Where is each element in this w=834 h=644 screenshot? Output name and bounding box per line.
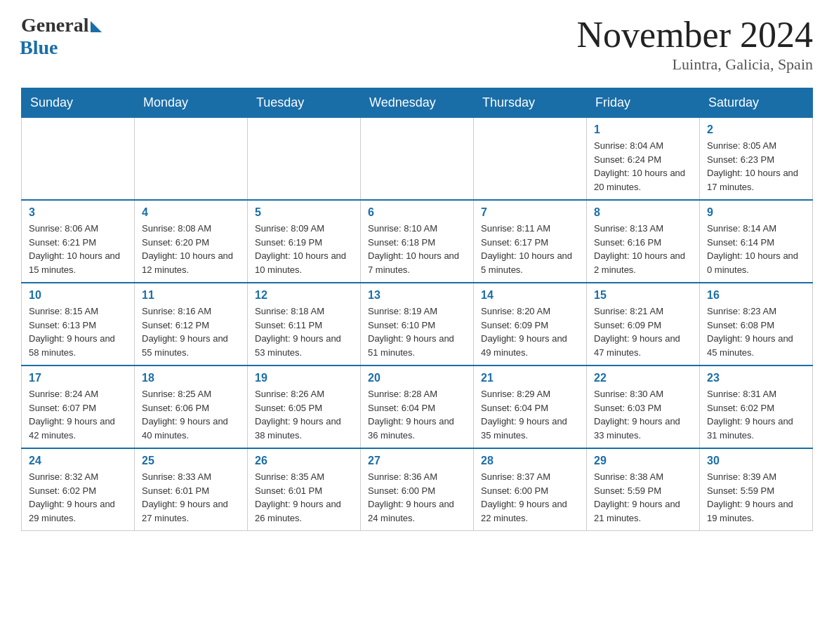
day-info: Sunrise: 8:18 AM Sunset: 6:11 PM Dayligh…: [255, 304, 353, 359]
calendar-cell: 6Sunrise: 8:10 AM Sunset: 6:18 PM Daylig…: [361, 200, 474, 283]
day-number: 19: [255, 372, 353, 384]
day-info: Sunrise: 8:08 AM Sunset: 6:20 PM Dayligh…: [142, 222, 240, 276]
calendar-cell: 23Sunrise: 8:31 AM Sunset: 6:02 PM Dayli…: [700, 365, 813, 448]
logo-blue-text: Blue: [20, 36, 58, 59]
calendar-cell: 4Sunrise: 8:08 AM Sunset: 6:20 PM Daylig…: [135, 200, 248, 283]
calendar-cell: 1Sunrise: 8:04 AM Sunset: 6:24 PM Daylig…: [587, 118, 700, 201]
calendar-cell: 24Sunrise: 8:32 AM Sunset: 6:02 PM Dayli…: [22, 448, 135, 531]
title-section: November 2024 Luintra, Galicia, Spain: [577, 14, 813, 74]
day-number: 8: [594, 206, 692, 219]
day-number: 27: [368, 455, 466, 467]
day-info: Sunrise: 8:09 AM Sunset: 6:19 PM Dayligh…: [255, 222, 353, 276]
header-tuesday: Tuesday: [248, 88, 361, 118]
calendar-cell: [474, 118, 587, 201]
day-number: 10: [29, 289, 127, 302]
day-number: 3: [29, 206, 127, 219]
month-title: November 2024: [577, 14, 813, 55]
day-info: Sunrise: 8:26 AM Sunset: 6:05 PM Dayligh…: [255, 387, 353, 442]
calendar-cell: 3Sunrise: 8:06 AM Sunset: 6:21 PM Daylig…: [22, 200, 135, 283]
day-info: Sunrise: 8:19 AM Sunset: 6:10 PM Dayligh…: [368, 304, 466, 359]
header-thursday: Thursday: [474, 88, 587, 118]
calendar-cell: 12Sunrise: 8:18 AM Sunset: 6:11 PM Dayli…: [248, 283, 361, 365]
day-info: Sunrise: 8:39 AM Sunset: 5:59 PM Dayligh…: [707, 470, 805, 525]
calendar-cell: 14Sunrise: 8:20 AM Sunset: 6:09 PM Dayli…: [474, 283, 587, 365]
calendar-cell: 16Sunrise: 8:23 AM Sunset: 6:08 PM Dayli…: [700, 283, 813, 365]
header-wednesday: Wednesday: [361, 88, 474, 118]
week-row-5: 24Sunrise: 8:32 AM Sunset: 6:02 PM Dayli…: [22, 448, 813, 531]
calendar-cell: 28Sunrise: 8:37 AM Sunset: 6:00 PM Dayli…: [474, 448, 587, 531]
day-number: 29: [594, 455, 692, 467]
calendar-cell: [248, 118, 361, 201]
day-number: 15: [594, 289, 692, 302]
day-number: 2: [707, 123, 805, 136]
day-info: Sunrise: 8:25 AM Sunset: 6:06 PM Dayligh…: [142, 387, 240, 442]
day-info: Sunrise: 8:24 AM Sunset: 6:07 PM Dayligh…: [29, 387, 127, 442]
calendar-cell: 21Sunrise: 8:29 AM Sunset: 6:04 PM Dayli…: [474, 365, 587, 448]
day-number: 26: [255, 455, 353, 467]
day-number: 12: [255, 289, 353, 302]
day-info: Sunrise: 8:37 AM Sunset: 6:00 PM Dayligh…: [481, 470, 579, 525]
calendar-cell: 30Sunrise: 8:39 AM Sunset: 5:59 PM Dayli…: [700, 448, 813, 531]
day-info: Sunrise: 8:33 AM Sunset: 6:01 PM Dayligh…: [142, 470, 240, 525]
header-monday: Monday: [135, 88, 248, 118]
day-number: 14: [481, 289, 579, 302]
day-number: 20: [368, 372, 466, 384]
calendar-cell: 29Sunrise: 8:38 AM Sunset: 5:59 PM Dayli…: [587, 448, 700, 531]
calendar-cell: [361, 118, 474, 201]
day-number: 1: [594, 123, 692, 136]
calendar-cell: 9Sunrise: 8:14 AM Sunset: 6:14 PM Daylig…: [700, 200, 813, 283]
week-row-3: 10Sunrise: 8:15 AM Sunset: 6:13 PM Dayli…: [22, 283, 813, 365]
calendar-cell: 20Sunrise: 8:28 AM Sunset: 6:04 PM Dayli…: [361, 365, 474, 448]
page-header: General Blue November 2024 Luintra, Gali…: [21, 14, 813, 74]
day-number: 21: [481, 372, 579, 384]
day-info: Sunrise: 8:35 AM Sunset: 6:01 PM Dayligh…: [255, 470, 353, 525]
day-number: 9: [707, 206, 805, 219]
week-row-2: 3Sunrise: 8:06 AM Sunset: 6:21 PM Daylig…: [22, 200, 813, 283]
calendar-cell: 19Sunrise: 8:26 AM Sunset: 6:05 PM Dayli…: [248, 365, 361, 448]
day-info: Sunrise: 8:06 AM Sunset: 6:21 PM Dayligh…: [29, 222, 127, 276]
calendar-cell: 15Sunrise: 8:21 AM Sunset: 6:09 PM Dayli…: [587, 283, 700, 365]
day-info: Sunrise: 8:20 AM Sunset: 6:09 PM Dayligh…: [481, 304, 579, 359]
week-row-1: 1Sunrise: 8:04 AM Sunset: 6:24 PM Daylig…: [22, 118, 813, 201]
calendar-header-row: SundayMondayTuesdayWednesdayThursdayFrid…: [22, 88, 813, 118]
logo: General Blue: [21, 14, 102, 59]
day-info: Sunrise: 8:36 AM Sunset: 6:00 PM Dayligh…: [368, 470, 466, 525]
day-info: Sunrise: 8:28 AM Sunset: 6:04 PM Dayligh…: [368, 387, 466, 442]
calendar-cell: 13Sunrise: 8:19 AM Sunset: 6:10 PM Dayli…: [361, 283, 474, 365]
day-number: 22: [594, 372, 692, 384]
day-info: Sunrise: 8:05 AM Sunset: 6:23 PM Dayligh…: [707, 139, 805, 194]
day-info: Sunrise: 8:16 AM Sunset: 6:12 PM Dayligh…: [142, 304, 240, 359]
day-info: Sunrise: 8:32 AM Sunset: 6:02 PM Dayligh…: [29, 470, 127, 525]
logo-general-text: General: [21, 14, 88, 36]
day-number: 13: [368, 289, 466, 302]
day-info: Sunrise: 8:31 AM Sunset: 6:02 PM Dayligh…: [707, 387, 805, 442]
day-info: Sunrise: 8:04 AM Sunset: 6:24 PM Dayligh…: [594, 139, 692, 194]
calendar-cell: 17Sunrise: 8:24 AM Sunset: 6:07 PM Dayli…: [22, 365, 135, 448]
day-info: Sunrise: 8:23 AM Sunset: 6:08 PM Dayligh…: [707, 304, 805, 359]
calendar-cell: 11Sunrise: 8:16 AM Sunset: 6:12 PM Dayli…: [135, 283, 248, 365]
header-friday: Friday: [587, 88, 700, 118]
calendar-table: SundayMondayTuesdayWednesdayThursdayFrid…: [21, 88, 813, 531]
week-row-4: 17Sunrise: 8:24 AM Sunset: 6:07 PM Dayli…: [22, 365, 813, 448]
day-number: 7: [481, 206, 579, 219]
header-sunday: Sunday: [22, 88, 135, 118]
day-info: Sunrise: 8:14 AM Sunset: 6:14 PM Dayligh…: [707, 222, 805, 276]
logo-triangle-icon: [91, 21, 102, 32]
calendar-cell: 5Sunrise: 8:09 AM Sunset: 6:19 PM Daylig…: [248, 200, 361, 283]
day-info: Sunrise: 8:11 AM Sunset: 6:17 PM Dayligh…: [481, 222, 579, 276]
calendar-cell: 7Sunrise: 8:11 AM Sunset: 6:17 PM Daylig…: [474, 200, 587, 283]
calendar-cell: 26Sunrise: 8:35 AM Sunset: 6:01 PM Dayli…: [248, 448, 361, 531]
calendar-cell: [135, 118, 248, 201]
day-info: Sunrise: 8:21 AM Sunset: 6:09 PM Dayligh…: [594, 304, 692, 359]
day-number: 16: [707, 289, 805, 302]
day-number: 28: [481, 455, 579, 467]
calendar-cell: 8Sunrise: 8:13 AM Sunset: 6:16 PM Daylig…: [587, 200, 700, 283]
day-info: Sunrise: 8:10 AM Sunset: 6:18 PM Dayligh…: [368, 222, 466, 276]
day-number: 17: [29, 372, 127, 384]
location-text: Luintra, Galicia, Spain: [577, 55, 813, 74]
day-number: 18: [142, 372, 240, 384]
calendar-cell: 2Sunrise: 8:05 AM Sunset: 6:23 PM Daylig…: [700, 118, 813, 201]
day-number: 23: [707, 372, 805, 384]
day-number: 5: [255, 206, 353, 219]
day-info: Sunrise: 8:29 AM Sunset: 6:04 PM Dayligh…: [481, 387, 579, 442]
